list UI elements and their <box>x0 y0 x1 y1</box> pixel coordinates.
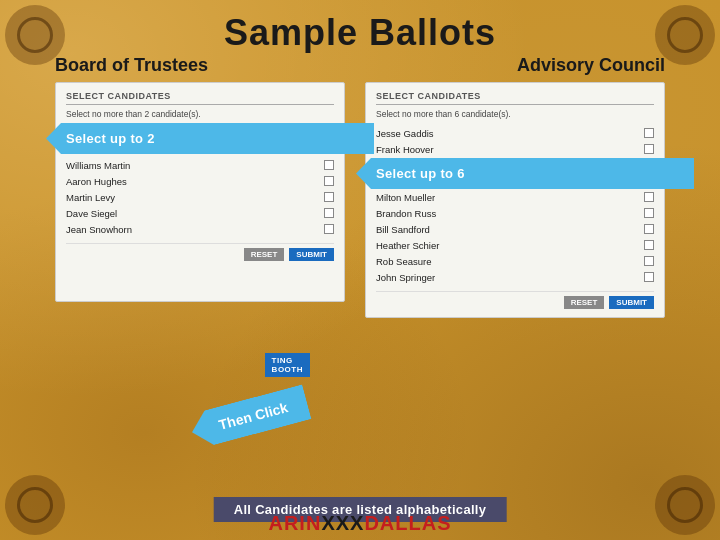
then-click-container: Then Click <box>190 399 309 435</box>
section-board-of-trustees: Board of Trustees SELECT CANDIDATES Sele… <box>55 55 345 302</box>
candidate-row: John Springer <box>376 269 654 285</box>
arrow-select-up-to-6: Select up to 6 <box>356 158 694 189</box>
candidate-row: Jean Snowhorn <box>66 221 334 237</box>
candidate-name: Rob Seasure <box>376 256 431 267</box>
arrow-select-up-to-2: Select up to 2 <box>46 123 374 154</box>
brand-text: ARINXXXDALLAS <box>268 512 451 535</box>
candidate-row: Milton Mueller <box>376 189 654 205</box>
candidate-row: Martin Levy <box>66 189 334 205</box>
candidate-name: Bill Sandford <box>376 224 430 235</box>
page-title: Sample Ballots <box>0 12 720 54</box>
section-title-right: Advisory Council <box>365 55 665 76</box>
candidate-name: Jean Snowhorn <box>66 224 132 235</box>
content-area: Board of Trustees SELECT CANDIDATES Sele… <box>55 55 665 485</box>
candidate-name: Jesse Gaddis <box>376 128 434 139</box>
brand-dallas: DALLAS <box>364 512 451 534</box>
submit-button-right[interactable]: SUBMIT <box>609 296 654 309</box>
candidate-checkbox[interactable] <box>324 176 334 186</box>
candidate-row: Dave Siegel <box>66 205 334 221</box>
ballot-subtitle-left: Select no more than 2 candidate(s). <box>66 109 334 119</box>
candidate-row: Rob Seasure <box>376 253 654 269</box>
candidate-name: Brandon Russ <box>376 208 436 219</box>
candidate-checkbox[interactable] <box>324 160 334 170</box>
reset-button-right[interactable]: RESET <box>564 296 605 309</box>
candidate-checkbox[interactable] <box>324 224 334 234</box>
candidate-row: Bill Sandford <box>376 221 654 237</box>
candidate-name: Frank Hoover <box>376 144 434 155</box>
candidate-checkbox[interactable] <box>644 272 654 282</box>
candidate-row: Jesse Gaddis <box>376 125 654 141</box>
candidate-checkbox[interactable] <box>644 256 654 266</box>
candidate-name: Williams Martin <box>66 160 130 171</box>
candidates-list-right: Jesse Gaddis Frank Hoover Stacy Hughes <box>376 125 654 285</box>
ballot-header-right: SELECT CANDIDATES <box>376 91 654 105</box>
ballot-footer-left: RESET SUBMIT <box>66 243 334 261</box>
brand-xxx: XXX <box>321 512 364 534</box>
candidate-name: Dave Siegel <box>66 208 117 219</box>
reset-button-left[interactable]: RESET <box>244 248 285 261</box>
candidate-row: Frank Hoover <box>376 141 654 157</box>
candidate-checkbox[interactable] <box>324 192 334 202</box>
candidate-name: Heather Schier <box>376 240 439 251</box>
sections-row: Board of Trustees SELECT CANDIDATES Sele… <box>55 55 665 318</box>
section-title-left: Board of Trustees <box>55 55 345 76</box>
candidate-checkbox[interactable] <box>644 224 654 234</box>
candidate-name: Aaron Hughes <box>66 176 127 187</box>
ballot-header-left: SELECT CANDIDATES <box>66 91 334 105</box>
candidate-checkbox[interactable] <box>644 192 654 202</box>
then-click-arrow: Then Click <box>187 384 311 450</box>
candidate-row: Heather Schier <box>376 237 654 253</box>
candidate-checkbox[interactable] <box>644 208 654 218</box>
candidate-row: Brandon Russ <box>376 205 654 221</box>
candidate-row: Aaron Hughes <box>66 173 334 189</box>
ballot-card-left: SELECT CANDIDATES Select no more than 2 … <box>55 82 345 302</box>
candidate-name: Martin Levy <box>66 192 115 203</box>
brand-arin: ARIN <box>268 512 321 534</box>
submit-button-left[interactable]: SUBMIT <box>289 248 334 261</box>
voting-booth-label: TING BOOTH <box>265 353 310 377</box>
candidate-row: Williams Martin <box>66 157 334 173</box>
arrow-select-up-to-6-container: Select up to 6 <box>356 158 694 189</box>
ballot-subtitle-right: Select no more than 6 candidate(s). <box>376 109 654 119</box>
page-background: Sample Ballots Board of Trustees SELECT … <box>0 0 720 540</box>
candidate-checkbox[interactable] <box>644 128 654 138</box>
candidate-checkbox[interactable] <box>644 240 654 250</box>
ballot-footer-right: RESET SUBMIT <box>376 291 654 309</box>
candidate-name: John Springer <box>376 272 435 283</box>
candidate-checkbox[interactable] <box>644 144 654 154</box>
section-advisory-council: Advisory Council SELECT CANDIDATES Selec… <box>365 55 665 318</box>
candidate-name: Milton Mueller <box>376 192 435 203</box>
ballot-card-right: SELECT CANDIDATES Select no more than 6 … <box>365 82 665 318</box>
arrow-select-up-to-2-container: Select up to 2 <box>46 123 374 154</box>
candidate-checkbox[interactable] <box>324 208 334 218</box>
